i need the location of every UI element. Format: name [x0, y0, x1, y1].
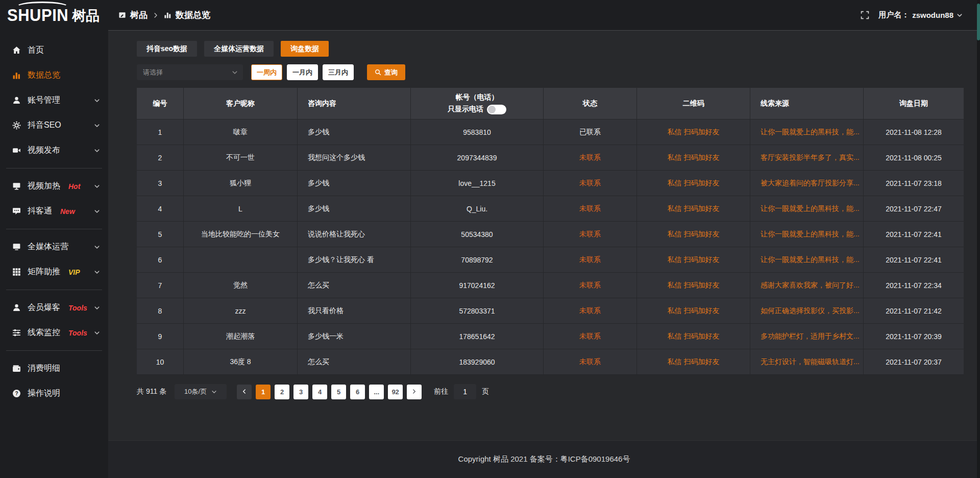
sidebar-item[interactable]: 首页 [0, 38, 108, 63]
page-button[interactable]: 5 [331, 385, 346, 399]
page-button[interactable]: 4 [312, 385, 327, 399]
cell-qr-actions[interactable]: 私信 扫码加好友 [637, 247, 750, 273]
data-tab[interactable]: 全媒体运营数据 [204, 41, 274, 57]
chevron-down-icon [94, 98, 100, 104]
cell-qr-actions[interactable]: 私信 扫码加好友 [637, 196, 750, 222]
cell-source-link[interactable]: 让你一眼就爱上的黑科技，能... [750, 196, 864, 222]
cell-status: 未联系 [544, 349, 637, 375]
breadcrumb-root[interactable]: 树品 [130, 9, 148, 21]
sidebar-item-label: 视频加热 [28, 181, 60, 192]
period-button[interactable]: 一月内 [287, 64, 318, 80]
sidebar-item[interactable]: 视频发布 [0, 138, 108, 163]
sidebar-item[interactable]: ? 操作说明 [0, 381, 108, 406]
goto-page-input[interactable] [454, 384, 476, 399]
cell-qr-actions[interactable]: 私信 扫码加好友 [637, 222, 750, 247]
cell-source-link[interactable]: 感谢大家喜欢我家，被问了好... [750, 273, 864, 298]
cell-qr-actions[interactable]: 私信 扫码加好友 [637, 273, 750, 298]
prev-page-button[interactable] [237, 385, 252, 399]
cell-source-link[interactable]: 无主灯设计，智能磁吸轨道灯... [750, 349, 864, 375]
goto-unit: 页 [482, 387, 489, 396]
cell-qr-actions[interactable]: 私信 扫码加好友 [637, 171, 750, 196]
page-button[interactable]: 3 [293, 385, 308, 399]
sidebar-item[interactable]: 线索监控 Tools [0, 320, 108, 345]
cell-qr-actions[interactable]: 私信 扫码加好友 [637, 298, 750, 324]
cell-account: 2097344839 [411, 145, 544, 171]
header-content: 咨询内容 [298, 88, 411, 119]
cell-qr-actions[interactable]: 私信 扫码加好友 [637, 324, 750, 349]
chevron-down-icon [94, 244, 100, 250]
cell-content: 怎么买 [298, 349, 411, 375]
cell-status: 未联系 [544, 247, 637, 273]
cell-content: 多少钱 [298, 171, 411, 196]
cell-source-link[interactable]: 多功能护栏灯，适用于乡村文... [750, 324, 864, 349]
cell-source-link[interactable]: 客厅安装投影半年多了，真实... [750, 145, 864, 171]
chat-icon [12, 207, 21, 216]
bar-chart-icon [12, 71, 21, 80]
cell-source-link[interactable]: 让你一眼就爱上的黑科技，能... [750, 119, 864, 145]
sidebar-item[interactable]: 抖音SEO [0, 113, 108, 138]
table-row: 3 狐小狸 多少钱 love__1215 未联系 私信 扫码加好友 被大家追着问… [137, 171, 964, 196]
cell-qr-actions[interactable]: 私信 扫码加好友 [637, 145, 750, 171]
cell-qr-actions[interactable]: 私信 扫码加好友 [637, 349, 750, 375]
cell-nickname: L [184, 196, 298, 222]
screen-icon [12, 182, 21, 190]
sidebar-item[interactable]: 会员爆客 Tools [0, 295, 108, 320]
filter-select[interactable]: 请选择 [137, 64, 243, 80]
page-button[interactable]: 92 [388, 385, 403, 399]
grid-icon [12, 268, 21, 276]
sidebar-item[interactable]: 数据总览 [0, 63, 108, 88]
chevron-right-icon [153, 12, 159, 18]
cell-id: 2 [137, 145, 184, 171]
chevron-down-icon [94, 148, 100, 154]
sidebar-divider [6, 350, 102, 351]
cell-source-link[interactable]: 让你一眼就爱上的黑科技，能... [750, 222, 864, 247]
next-page-button[interactable] [407, 385, 422, 399]
page-button[interactable]: 6 [350, 385, 365, 399]
cell-nickname: 不可一世 [184, 145, 298, 171]
copyright-text: Copyright 树品 2021 备案号：粤ICP备09019646号 [458, 455, 630, 464]
sidebar-item[interactable]: 抖客通 New [0, 199, 108, 224]
page-button[interactable]: 2 [275, 385, 289, 399]
chevron-down-icon [94, 183, 100, 189]
sidebar-item[interactable]: 视频加热 Hot [0, 174, 108, 199]
search-button[interactable]: 查询 [367, 64, 405, 80]
period-button[interactable]: 一周内 [251, 64, 282, 80]
chevron-down-icon [94, 208, 100, 214]
sidebar-item[interactable]: 全媒体运营 [0, 234, 108, 259]
bar-chart-icon [164, 11, 172, 19]
pagination: 共 911 条 10条/页 1 2 3 4 5 6 [137, 384, 964, 399]
cell-content: 多少钱 [298, 196, 411, 222]
cell-source-link[interactable]: 被大家追着问的客厅投影分享... [750, 171, 864, 196]
logo-text-en: SHUPIN [7, 6, 68, 26]
page-size-select[interactable]: 10条/页 [175, 384, 227, 399]
brand-logo[interactable]: SHUPIN 树品 [0, 0, 108, 32]
cell-source-link[interactable]: 让你一眼就爱上的黑科技，能... [750, 247, 864, 273]
data-tab[interactable]: 询盘数据 [281, 41, 329, 57]
scrollbar-thumb[interactable] [977, 4, 980, 40]
sidebar-item[interactable]: 矩阵助推 VIP [0, 259, 108, 284]
cell-id: 6 [137, 247, 184, 273]
user-menu[interactable]: 用户名： zswodun88 [878, 10, 963, 20]
sidebar-item[interactable]: 消费明细 [0, 356, 108, 381]
page-scrollbar[interactable] [977, 0, 980, 478]
data-tab[interactable]: 抖音seo数据 [137, 41, 197, 57]
username-label: 用户名： [878, 10, 909, 20]
phone-only-toggle[interactable] [487, 105, 506, 114]
panel-icon [118, 11, 126, 19]
page-button[interactable]: 1 [256, 385, 271, 399]
cell-account: love__1215 [411, 171, 544, 196]
phone-only-label: 只显示电话 [448, 105, 483, 114]
question-icon: ? [12, 389, 21, 398]
chevron-down-icon [957, 12, 963, 18]
fullscreen-icon[interactable] [861, 11, 869, 19]
chevron-left-icon [241, 388, 247, 396]
svg-text:?: ? [15, 391, 18, 396]
goto-page: 前往 页 [434, 384, 489, 399]
cell-qr-actions[interactable]: 私信 扫码加好友 [637, 119, 750, 145]
cell-date: 2021-11-07 20:39 [864, 324, 964, 349]
period-button[interactable]: 三月内 [323, 64, 354, 80]
sidebar-item[interactable]: 账号管理 [0, 88, 108, 113]
cell-source-link[interactable]: 如何正确选择投影仪，买投影... [750, 298, 864, 324]
page-button[interactable]: ... [369, 385, 384, 399]
home-icon [12, 46, 21, 55]
